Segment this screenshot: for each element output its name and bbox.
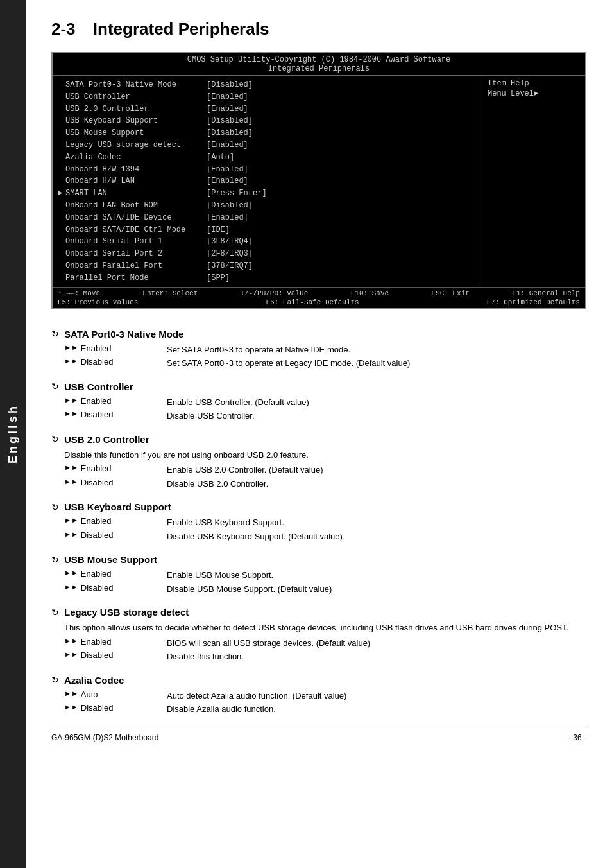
option-bullet-arrow: ►► [64,690,78,697]
option-label: Enabled [81,516,112,526]
section-header: ↻USB Keyboard Support [51,501,586,512]
bios-item-name: Parallel Port Mode [65,273,207,284]
sidebar-label: English [6,404,20,464]
bios-item-name: Legacy USB storage detect [65,140,207,151]
section-title: Legacy USB storage detect [64,607,189,618]
bios-footer-value: +/-/PU/PD: Value [241,290,309,297]
bios-item-name: USB Keyboard Support [65,116,207,126]
bios-item-name: Onboard Serial Port 2 [65,248,207,259]
bios-row[interactable]: Onboard Serial Port 1[3F8/IRQ4] [58,236,477,248]
option-desc: Auto detect Azalia audio function. (Defa… [167,690,586,702]
page-title: 2-3 Integrated Peripherals [51,19,586,39]
section-title: USB Keyboard Support [64,501,171,512]
bios-item-value: [Disabled] [207,200,253,211]
section-usb-mouse: ↻USB Mouse Support►► EnabledEnable USB M… [51,554,586,595]
bios-item-name: Onboard H/W 1394 [65,164,207,175]
option-row: ►► EnabledEnable USB Mouse Support. [64,569,586,582]
option-bullet: ►► Disabled [64,410,167,422]
bios-footer-move: ↑↓→←: Move [58,290,100,297]
option-row: ►► AutoAuto detect Azalia audio function… [64,690,586,702]
section-arrow-icon: ↻ [51,502,59,512]
section-title: USB Controller [64,381,133,392]
option-desc: Disable Azalia audio function. [167,703,586,716]
option-bullet: ►► Disabled [64,478,167,490]
option-row: ►► EnabledEnable USB Controller. (Defaul… [64,396,586,409]
bios-row[interactable]: USB Mouse Support[Disabled] [58,127,477,139]
bios-header-title: CMOS Setup Utility-Copyright (C) 1984-20… [53,55,585,64]
bios-item-name: USB Controller [65,92,207,103]
option-row: ►► DisabledSet SATA Port0~3 to operate a… [64,357,586,370]
bios-row[interactable]: Onboard H/W 1394[Enabled] [58,164,477,176]
bios-row[interactable]: Onboard H/W LAN[Enabled] [58,175,477,187]
bios-row[interactable]: Azalia Codec[Auto] [58,152,477,164]
bios-row[interactable]: Onboard Serial Port 2[2F8/IRQ3] [58,248,477,260]
option-desc: Enable USB Controller. (Default value) [167,396,586,409]
option-desc: Disable USB Controller. [167,410,586,422]
section-azalia-codec: ↻Azalia Codec►► AutoAuto detect Azalia a… [51,675,586,716]
bios-row[interactable]: Parallel Port Mode[SPP] [58,272,477,284]
option-row: ►► DisabledDisable this function. [64,650,586,663]
option-bullet: ►► Disabled [64,530,167,543]
bios-item-value: [Press Enter] [207,188,267,199]
option-bullet: ►► Enabled [64,464,167,476]
bios-row[interactable]: ►SMART LAN[Press Enter] [58,187,477,200]
bios-row[interactable]: Onboard SATA/IDE Device[Enabled] [58,212,477,224]
bios-item-name: OnBoard LAN Boot ROM [65,200,207,211]
section-header: ↻USB Controller [51,381,586,392]
option-label: Disabled [81,478,114,487]
option-row: ►► EnabledBIOS will scan all USB storage… [64,637,586,650]
section-title: USB Mouse Support [64,554,157,565]
option-row: ►► DisabledDisable Azalia audio function… [64,703,586,716]
bios-footer-row-2: F5: Previous Values F6: Fail-Safe Defaul… [58,299,580,306]
bios-help-title: Item Help [488,79,580,88]
section-usb2-controller: ↻USB 2.0 ControllerDisable this function… [51,434,586,490]
bios-item-value: [IDE] [207,225,230,236]
bios-row[interactable]: USB Keyboard Support[Disabled] [58,115,477,127]
option-label: Disabled [81,357,114,367]
bios-row-arrow [58,200,65,211]
section-title: Azalia Codec [64,675,124,686]
bios-header: CMOS Setup Utility-Copyright (C) 1984-20… [53,53,585,76]
section-arrow-icon: ↻ [51,675,59,685]
section-arrow-icon: ↻ [51,607,59,618]
option-bullet-arrow: ►► [64,637,78,645]
bios-row-arrow [58,273,65,284]
bios-item-value: [Disabled] [207,80,253,91]
section-arrow-icon: ↻ [51,555,59,565]
bios-item-value: [Enabled] [207,213,248,223]
bios-row[interactable]: USB Controller[Enabled] [58,91,477,103]
option-bullet-arrow: ►► [64,396,78,404]
bios-row-arrow [58,116,65,126]
bios-row[interactable]: Onboard Parallel Port[378/IRQ7] [58,260,477,272]
bios-row[interactable]: Legacy USB storage detect[Enabled] [58,139,477,152]
section-title: SATA Port0-3 Native Mode [64,329,183,340]
footer-model: GA-965GM-(D)S2 Motherboard [51,733,158,742]
bios-row[interactable]: OnBoard LAN Boot ROM[Disabled] [58,200,477,212]
bios-row[interactable]: Onboard SATA/IDE Ctrl Mode[IDE] [58,224,477,236]
bios-footer-enter: Enter: Select [142,290,198,297]
option-desc: Disable this function. [167,650,586,663]
option-bullet-arrow: ►► [64,583,78,591]
main-content: 2-3 Integrated Peripherals CMOS Setup Ut… [32,0,612,772]
option-bullet: ►► Auto [64,690,167,702]
bios-row[interactable]: USB 2.0 Controller[Enabled] [58,103,477,116]
page-footer: GA-965GM-(D)S2 Motherboard - 36 - [51,729,586,746]
bios-row[interactable]: SATA Port0-3 Native Mode[Disabled] [58,79,477,91]
section-title: USB 2.0 Controller [64,434,149,445]
option-bullet: ►► Disabled [64,357,167,370]
option-desc: Disable USB Keyboard Support. (Default v… [167,530,586,543]
bios-footer-f5: F5: Previous Values [58,299,138,306]
bios-item-value: [SPP] [207,273,230,284]
option-label: Disabled [81,650,114,660]
option-label: Disabled [81,530,114,540]
option-bullet-arrow: ►► [64,703,78,711]
section-header: ↻Azalia Codec [51,675,586,686]
bios-footer-f6: F6: Fail-Safe Defaults [266,299,359,306]
option-label: Enabled [81,569,112,578]
bios-item-value: [Disabled] [207,128,253,139]
option-label: Enabled [81,464,112,473]
option-row: ►► DisabledDisable USB 2.0 Controller. [64,478,586,490]
option-bullet: ►► Disabled [64,583,167,596]
option-bullet-arrow: ►► [64,650,78,658]
option-bullet: ►► Disabled [64,703,167,716]
